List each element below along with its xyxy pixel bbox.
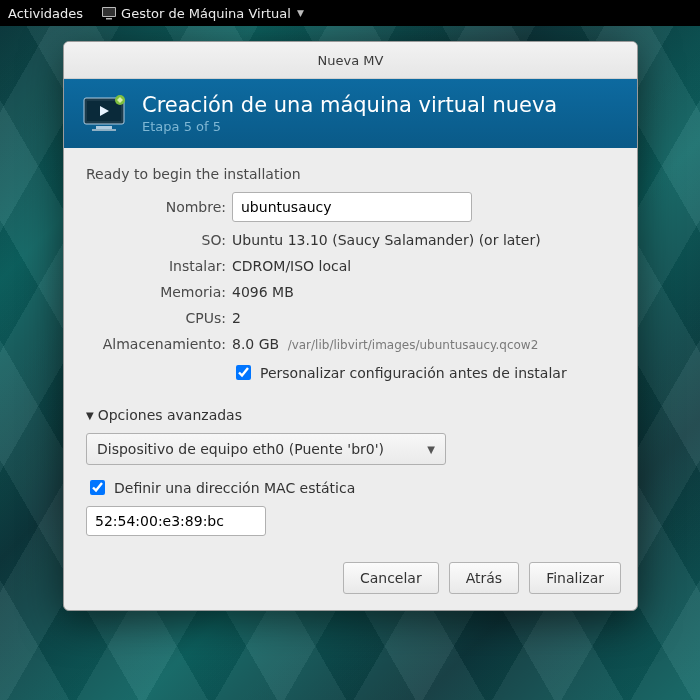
customize-before-install-checkbox[interactable]: Personalizar configuración antes de inst… [232, 362, 615, 383]
label-install: Instalar: [86, 258, 226, 274]
dialog-titlebar[interactable]: Nueva MV [64, 42, 637, 79]
svg-rect-2 [106, 18, 112, 20]
svg-rect-6 [96, 126, 112, 129]
chevron-down-icon: ▼ [297, 8, 304, 18]
dialog-banner: Creación de una máquina virtual nueva Et… [64, 79, 637, 148]
value-storage: 8.0 GB /var/lib/libvirt/images/ubuntusau… [232, 336, 615, 352]
label-cpus: CPUs: [86, 310, 226, 326]
advanced-options-label: Opciones avanzadas [98, 407, 242, 423]
storage-path: /var/lib/libvirt/images/ubuntusaucy.qcow… [288, 338, 539, 352]
dialog-footer: Cancelar Atrás Finalizar [64, 552, 637, 610]
banner-title: Creación de una máquina virtual nueva [142, 93, 557, 117]
gnome-topbar: Actividades Gestor de Máquina Virtual ▼ [0, 0, 700, 26]
mac-address-input[interactable] [86, 506, 266, 536]
cancel-button[interactable]: Cancelar [343, 562, 439, 594]
app-menu-label: Gestor de Máquina Virtual [121, 6, 291, 21]
triangle-down-icon: ▼ [86, 410, 94, 421]
network-source-combo[interactable]: Dispositivo de equipo eth0 (Puente 'br0'… [86, 433, 446, 465]
advanced-options: ▼ Opciones avanzadas Dispositivo de equi… [86, 407, 615, 536]
step-indicator: Etapa 5 of 5 [142, 119, 557, 134]
label-name: Nombre: [86, 199, 226, 215]
storage-size: 8.0 GB [232, 336, 279, 352]
label-os: SO: [86, 232, 226, 248]
virt-manager-icon [101, 5, 117, 21]
finish-button[interactable]: Finalizar [529, 562, 621, 594]
svg-rect-7 [92, 129, 116, 131]
activities-label: Actividades [8, 6, 83, 21]
activities-button[interactable]: Actividades [8, 6, 83, 21]
value-os: Ubuntu 13.10 (Saucy Salamander) (or late… [232, 232, 615, 248]
customize-label: Personalizar configuración antes de inst… [260, 365, 567, 381]
value-install: CDROM/ISO local [232, 258, 615, 274]
value-memory: 4096 MB [232, 284, 615, 300]
vm-create-icon [82, 94, 126, 134]
desktop-background: Actividades Gestor de Máquina Virtual ▼ … [0, 0, 700, 700]
ready-text: Ready to begin the installation [86, 166, 615, 182]
static-mac-checkbox-input[interactable] [90, 480, 105, 495]
advanced-options-toggle[interactable]: ▼ Opciones avanzadas [86, 407, 615, 423]
svg-rect-1 [103, 8, 115, 16]
label-storage: Almacenamiento: [86, 336, 226, 352]
static-mac-checkbox[interactable]: Definir una dirección MAC estática [86, 477, 615, 498]
value-cpus: 2 [232, 310, 615, 326]
label-memory: Memoria: [86, 284, 226, 300]
name-input[interactable] [232, 192, 472, 222]
back-button[interactable]: Atrás [449, 562, 519, 594]
chevron-down-icon: ▼ [427, 444, 435, 455]
app-menu[interactable]: Gestor de Máquina Virtual ▼ [101, 5, 304, 21]
network-combo-value: Dispositivo de equipo eth0 (Puente 'br0'… [97, 441, 384, 457]
new-vm-dialog: Nueva MV Creación de una máquina virtual… [63, 41, 638, 611]
dialog-title: Nueva MV [318, 53, 384, 68]
summary-grid: Nombre: SO: Ubuntu 13.10 (Saucy Salamand… [86, 192, 615, 383]
static-mac-label: Definir una dirección MAC estática [114, 480, 355, 496]
customize-checkbox-input[interactable] [236, 365, 251, 380]
